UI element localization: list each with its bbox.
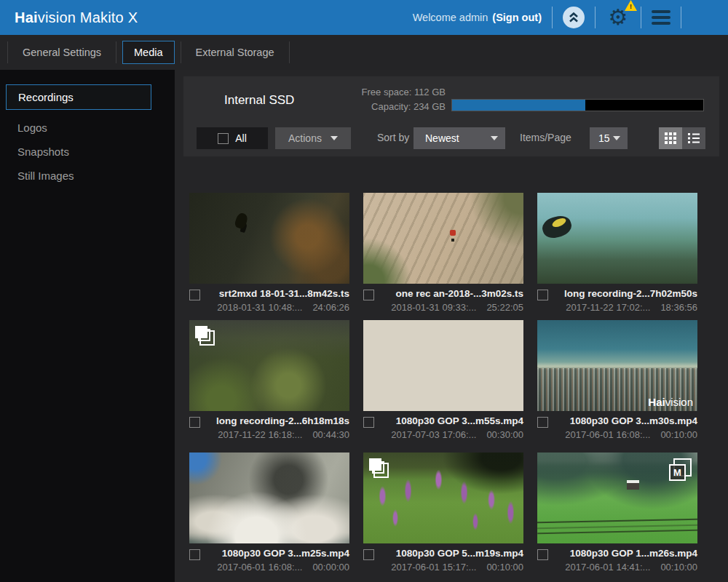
recording-thumbnail[interactable]: Haivision [537,320,697,411]
recording-date: 2017-06-01 16:08:... [217,560,302,574]
recording-duration: 00:44:30 [312,428,349,442]
recording-filename: long recording-2...7h02m50s [548,287,697,300]
recording-checkbox[interactable] [189,549,200,560]
recording-checkbox[interactable] [189,417,200,428]
recording-filename: long recording-2...6h18m18s [200,414,349,428]
recording-duration: 00:00:00 [312,560,349,574]
brand-rest: vision Makito X [38,9,138,25]
recording-checkbox[interactable] [537,549,548,560]
recording-thumbnail[interactable] [537,193,697,284]
recording-thumbnail[interactable] [189,453,349,543]
brand-logo: Haivision Makito X [15,9,138,26]
recording-thumbnail[interactable] [363,453,523,543]
recording-date: 2017-07-03 17:06:... [391,428,476,442]
header-actions: Welcome admin (Sign out) ⚙ ! [413,5,728,30]
recording-duration: 18:36:56 [660,300,697,314]
recording-checkbox[interactable] [363,549,374,560]
settings-gear-button[interactable]: ⚙ ! [606,5,630,30]
recording-card[interactable]: 1080p30 GOP 3...m25s.mp42017-06-01 16:08… [189,453,349,574]
sidebar-item-still-images[interactable]: Still Images [6,164,151,188]
recording-thumbnail[interactable] [363,320,523,411]
recording-filename: one rec an-2018-...3m02s.ts [374,287,523,300]
stacked-recording-icon [195,326,215,346]
top-header: Haivision Makito X Welcome admin (Sign o… [0,0,728,35]
recording-filename: 1080p30 GOP 3...m30s.mp4 [548,414,697,428]
header-divider [681,7,681,28]
header-divider [552,7,553,28]
recording-date: 2017-11-22 17:02:... [566,300,650,314]
recording-checkbox[interactable] [537,290,548,300]
media-sidebar: Recordings Logos Snapshots Still Images [0,70,175,582]
managed-badge-icon: M [669,458,692,481]
recording-filename: 1080p30 GOP 5...m19s.mp4 [374,546,523,560]
recording-thumbnail[interactable] [189,320,349,411]
recording-date: 2018-01-31 10:48:... [217,300,302,314]
tab-divider [116,41,116,63]
recordings-grid: srt2mxd 18-01-31...8m42s.ts2018-01-31 10… [175,70,728,582]
tab-general-settings[interactable]: General Settings [8,41,116,64]
haivision-watermark: Haivision [648,396,693,408]
recording-thumbnail[interactable] [189,193,349,284]
sidebar-item-snapshots[interactable]: Snapshots [6,140,151,164]
header-divider [641,7,641,28]
tab-media[interactable]: Media [122,41,175,64]
brand-bold: Hai [15,9,38,25]
recording-thumbnail[interactable]: M [537,453,697,543]
recording-checkbox[interactable] [363,290,374,300]
recording-card[interactable]: Haivision1080p30 GOP 3...m30s.mp42017-06… [537,320,697,442]
recording-duration: 25:22:05 [486,300,523,314]
recording-date: 2017-06-01 15:17:... [391,560,476,574]
double-chevron-icon [566,9,582,25]
status-icon[interactable] [563,7,585,28]
welcome-text: Welcome admin [413,12,488,23]
recording-card[interactable]: long recording-2...6h18m18s2017-11-22 16… [189,320,349,442]
recording-filename: 1080p30 GOP 1...m26s.mp4 [548,546,697,560]
recording-filename: 1080p30 GOP 3...m55s.mp4 [374,414,523,428]
recording-duration: 24:06:26 [312,300,349,314]
recording-date: 2018-01-31 09:33:... [391,300,476,314]
recording-date: 2017-11-22 16:18:... [218,428,302,442]
recording-checkbox[interactable] [363,417,374,428]
recording-card[interactable]: 1080p30 GOP 3...m55s.mp42017-07-03 17:06… [363,320,523,442]
recording-duration: 00:10:00 [486,560,523,574]
sign-out-link[interactable]: (Sign out) [492,12,542,23]
recording-date: 2017-06-01 16:08:... [565,428,650,442]
stacked-recording-icon [369,458,389,478]
sidebar-item-logos[interactable]: Logos [6,116,151,140]
recording-duration: 00:30:00 [486,428,523,442]
recording-card[interactable]: srt2mxd 18-01-31...8m42s.ts2018-01-31 10… [189,193,349,314]
gear-icon: ⚙ [609,7,628,28]
recording-filename: srt2mxd 18-01-31...8m42s.ts [200,287,349,300]
recording-thumbnail[interactable] [363,193,523,284]
main-tabbar: General Settings Media External Storage [0,35,728,70]
recording-duration: 00:10:00 [660,560,697,574]
recording-card[interactable]: 1080p30 GOP 5...m19s.mp42017-06-01 15:17… [363,453,523,574]
recording-filename: 1080p30 GOP 3...m25s.mp4 [200,546,349,560]
sidebar-item-recordings[interactable]: Recordings [6,84,151,110]
recording-checkbox[interactable] [189,290,200,300]
tab-external-storage[interactable]: External Storage [181,41,289,64]
recording-checkbox[interactable] [537,417,548,428]
menu-button[interactable] [652,10,670,25]
main-content: Internal SSD Free space: 112 GB Capacity… [175,70,728,582]
app-window: Haivision Makito X Welcome admin (Sign o… [0,0,728,582]
recording-card[interactable]: long recording-2...7h02m50s2017-11-22 17… [537,193,697,314]
header-divider [595,7,596,28]
tab-divider [289,41,290,63]
recording-date: 2017-06-01 14:41:... [565,560,650,574]
recording-card[interactable]: M1080p30 GOP 1...m26s.mp42017-06-01 14:4… [537,453,697,574]
recording-card[interactable]: one rec an-2018-...3m02s.ts2018-01-31 09… [363,193,523,314]
recording-duration: 00:10:00 [660,428,697,442]
